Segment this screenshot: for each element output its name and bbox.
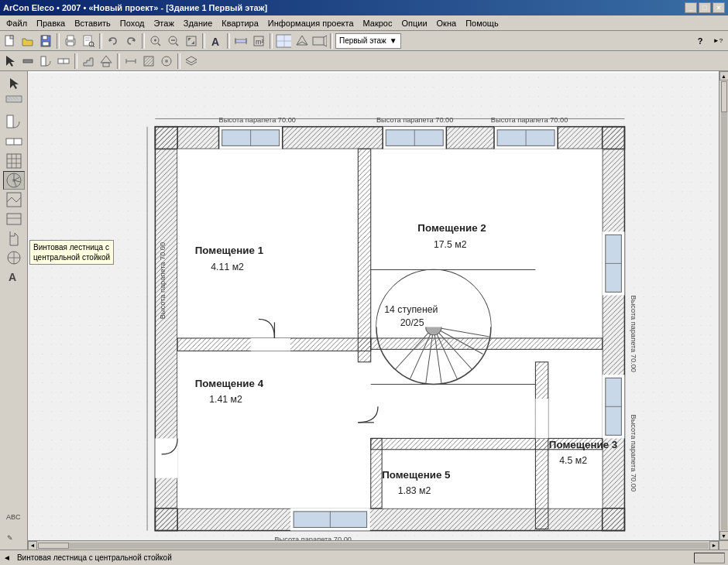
close-button[interactable]: × [713,2,725,13]
door-button[interactable] [37,53,54,70]
scroll-up-button[interactable]: ▲ [719,71,729,80]
svg-line-50 [150,63,153,66]
svg-marker-13 [109,39,112,42]
menu-macro[interactable]: Макрос [359,17,397,29]
left-door-btn[interactable] [3,113,25,132]
scroll-right-button[interactable]: ► [709,541,719,550]
svg-rect-74 [7,214,21,224]
svg-rect-3 [43,36,47,39]
scroll-left-button[interactable]: ◄ [28,541,37,550]
zoom-in-button[interactable] [147,33,164,50]
menu-походr[interactable]: Поход [115,17,149,29]
tooltip-line1: Винтовая лестница с [33,242,110,252]
new-button[interactable] [2,33,19,50]
perspective-button[interactable] [311,33,328,50]
zoom-out-button[interactable] [165,33,182,50]
menu-building[interactable]: Здание [179,17,218,29]
svg-line-46 [144,56,147,60]
roof-button[interactable] [98,53,115,70]
svg-line-21 [176,43,178,46]
menu-help[interactable]: Помощь [461,17,503,29]
stair-button[interactable] [80,53,97,70]
main-area: A Винтовая лестница с центральной стойко… [0,71,728,550]
menu-windows[interactable]: Окна [432,17,462,29]
svg-text:A: A [211,36,219,47]
vertical-scrollbar[interactable]: ▲ ▼ [719,71,728,540]
svg-marker-40 [101,56,112,63]
svg-rect-37 [41,56,46,66]
title-bar-buttons[interactable]: _ □ × [685,2,725,13]
status-text: Винтовая лестница с центральной стойкой [17,553,172,562]
left-btn9[interactable] [3,229,25,248]
scroll-track-h[interactable] [38,543,709,549]
3d-view-button[interactable] [293,33,310,50]
left-window-btn[interactable] [3,132,25,151]
scroll-corner [719,540,728,550]
hatch-button[interactable] [140,53,157,70]
menu-floor[interactable]: Этаж [149,17,178,29]
tooltip-line2: центральной стойкой [33,252,110,262]
toolbar-sep-6 [270,33,273,49]
window-button[interactable] [55,53,72,70]
left-btn7[interactable] [3,190,25,209]
svg-rect-99 [535,399,548,438]
dimension-button[interactable] [122,53,139,70]
save-button[interactable] [37,33,54,50]
svg-rect-6 [67,36,74,40]
text-button[interactable]: A [208,33,225,50]
undo-button[interactable] [105,33,122,50]
preview-button[interactable] [80,33,97,50]
svg-text:m²: m² [256,38,264,46]
menu-options[interactable]: Опции [397,17,431,29]
left-select-btn[interactable] [3,74,25,93]
left-btn8[interactable] [3,210,25,228]
redo-button[interactable] [122,33,139,50]
svg-text:Высота парапета 70.00: Высота парапета 70.00 [630,415,637,491]
svg-text:Помещение 3: Помещение 3 [549,439,617,450]
left-wall-btn[interactable] [3,94,25,112]
left-btn5[interactable] [3,152,25,170]
stair-tooltip: Винтовая лестница с центральной стойкой [29,240,114,265]
left-btn-bottom2[interactable]: ✎ [3,528,25,546]
2d-view-button[interactable] [275,33,292,50]
menu-insert[interactable]: Вставить [70,17,115,29]
open-button[interactable] [19,33,36,50]
svg-text:Высота парапета 70.00: Высота парапета 70.00 [630,295,637,372]
canvas-area[interactable]: Помещение 1 4.11 м2 Помещение 2 17.5 м2 … [28,71,728,550]
svg-rect-1 [10,36,13,39]
area-button[interactable]: m² [250,33,267,50]
menu-apartment[interactable]: Квартира [217,17,263,29]
select-button[interactable] [2,53,19,70]
menu-edit[interactable]: Правка [32,17,70,29]
print-button[interactable] [62,33,79,50]
symbol-button[interactable] [158,53,175,70]
left-stair-circular-btn[interactable] [3,171,25,190]
svg-line-47 [144,56,150,63]
horizontal-scrollbar[interactable]: ◄ ► [28,540,719,550]
scroll-thumb-v[interactable] [721,81,727,112]
layer-button[interactable] [183,53,200,70]
menu-file[interactable]: Файл [2,17,32,29]
left-btn-bottom1[interactable]: ABC [3,507,25,526]
floor-selector[interactable]: Первый этаж ▼ [335,33,401,49]
svg-rect-91 [358,149,370,361]
svg-rect-98 [330,406,358,419]
minimize-button[interactable]: _ [685,2,697,13]
scroll-track-v[interactable] [721,81,727,530]
maximize-button[interactable]: □ [699,2,711,13]
scroll-down-button[interactable]: ▼ [719,531,729,540]
left-btn11[interactable]: A [3,268,25,286]
menu-info[interactable]: Информация проекта [263,17,359,29]
scroll-thumb-h[interactable] [38,543,69,549]
left-btn10[interactable] [3,248,25,267]
measure-button[interactable] [232,33,249,50]
help-extra-button[interactable]: ►? [709,33,726,50]
zoom-fit-button[interactable] [183,33,200,50]
wall-button[interactable] [19,53,36,70]
svg-marker-53 [10,78,19,89]
svg-text:4.11 м2: 4.11 м2 [211,262,244,272]
help-button[interactable]: ? [692,33,709,50]
nav-arrow-left[interactable]: ◄ [3,553,11,562]
svg-text:Помещение 1: Помещение 1 [195,245,264,256]
svg-text:4.5 м2: 4.5 м2 [559,455,587,466]
